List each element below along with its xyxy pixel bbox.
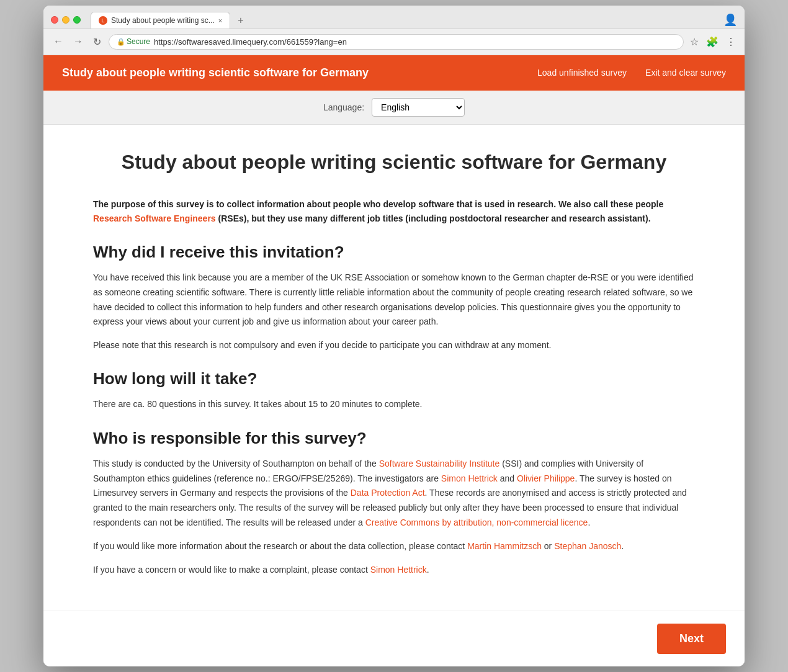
forward-button[interactable]: → (71, 35, 86, 48)
tab-bar: L Study about people writing sc... × + (91, 12, 719, 29)
back-button[interactable]: ← (51, 35, 66, 48)
footer-bar: Next (43, 611, 745, 666)
survey-header-links: Load unfinished survey Exit and clear su… (537, 68, 726, 78)
intro-text-1: The purpose of this survey is to collect… (93, 199, 663, 209)
browser-account-icon: 👤 (723, 13, 737, 27)
maximize-traffic-light[interactable] (73, 16, 81, 24)
simon-link[interactable]: Simon Hettrick (441, 473, 498, 483)
section3-and: and (498, 473, 517, 483)
browser-toolbar: ← → ↻ Secure https://softwaresaved.limeq… (43, 29, 745, 55)
language-label: Language: (323, 102, 364, 112)
menu-button[interactable]: ⋮ (725, 35, 737, 49)
section3-para2-or: or (542, 541, 554, 551)
url-display: https://softwaresaved.limequery.com/6615… (154, 37, 347, 47)
survey-header: Study about people writing scientic soft… (43, 55, 745, 91)
browser-titlebar: L Study about people writing sc... × + 👤 (43, 6, 745, 29)
survey-main-title: Study about people writing scientic soft… (93, 150, 695, 176)
intro-text-2: (RSEs), but they use many different job … (216, 213, 651, 223)
stephan-link[interactable]: Stephan Janosch (554, 541, 621, 551)
tab-favicon: L (99, 16, 107, 25)
refresh-button[interactable]: ↻ (91, 35, 104, 49)
section3-heading: Who is responsible for this survey? (93, 429, 695, 448)
section3-para3-before: If you have a concern or would like to m… (93, 565, 370, 575)
section3-para2-before: If you would like more information about… (93, 541, 467, 551)
tab-title: Study about people writing sc... (111, 16, 215, 25)
bookmark-button[interactable]: ☆ (689, 35, 700, 49)
address-bar[interactable]: Secure https://softwaresaved.limequery.c… (109, 34, 684, 50)
section1-para1: You have received this link because you … (93, 271, 695, 329)
cc-link[interactable]: Creative Commons by attribution, non-com… (365, 517, 588, 527)
minimize-traffic-light[interactable] (62, 16, 69, 24)
language-select[interactable]: English Deutsch (372, 98, 465, 117)
survey-header-title: Study about people writing scientic soft… (62, 66, 369, 79)
language-bar: Language: English Deutsch (43, 91, 745, 125)
section3-para2: If you would like more information about… (93, 539, 695, 554)
survey-content: Study about people writing scientic soft… (43, 125, 745, 611)
olivier-link[interactable]: Olivier Philippe (517, 473, 575, 483)
section3-para3-end: . (427, 565, 429, 575)
simon2-link[interactable]: Simon Hettrick (370, 565, 427, 575)
section3-para1: This study is conducted by the Universit… (93, 457, 695, 531)
intro-text-bold: The purpose of this survey is to collect… (93, 199, 663, 223)
ssi-link[interactable]: Software Sustainability Institute (379, 459, 500, 468)
load-unfinished-link[interactable]: Load unfinished survey (537, 68, 627, 78)
new-tab-button[interactable]: + (233, 12, 248, 29)
dpa-link[interactable]: Data Protection Act (351, 488, 425, 498)
section3-final: . (588, 517, 590, 527)
section3-para2-end: . (621, 541, 624, 551)
secure-badge: Secure (117, 37, 150, 46)
traffic-lights (51, 16, 81, 24)
section2-para1: There are ca. 80 questions in this surve… (93, 397, 695, 411)
close-traffic-light[interactable] (51, 16, 58, 24)
tab-close-button[interactable]: × (218, 17, 222, 24)
section3-para3: If you have a concern or would like to m… (93, 563, 695, 578)
rse-link[interactable]: Research Software Engineers (93, 213, 216, 223)
secure-label: Secure (127, 37, 150, 46)
active-tab[interactable]: L Study about people writing sc... × (91, 12, 230, 29)
section2-heading: How long will it take? (93, 369, 695, 388)
martin-link[interactable]: Martin Hammitzsch (467, 541, 542, 551)
next-button[interactable]: Next (657, 624, 726, 654)
browser-window: L Study about people writing sc... × + 👤… (43, 6, 745, 667)
extensions-button[interactable]: 🧩 (705, 35, 720, 49)
section1-heading: Why did I receive this invitation? (93, 243, 695, 262)
section3-text-before-ssi: This study is conducted by the Universit… (93, 459, 379, 468)
survey-intro: The purpose of this survey is to collect… (93, 197, 695, 225)
exit-clear-link[interactable]: Exit and clear survey (645, 68, 726, 78)
section1-para2: Please note that this research is not co… (93, 338, 695, 352)
